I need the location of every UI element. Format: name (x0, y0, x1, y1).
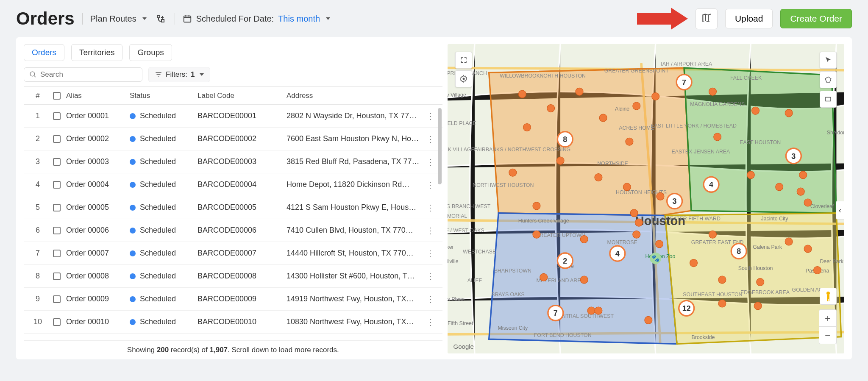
plan-routes-dropdown[interactable]: Plan Routes (90, 14, 147, 24)
table-row[interactable]: 7Order 00007ScheduledBARCODE0000714440 H… (24, 242, 442, 265)
map[interactable]: SPRING BRANCHJersey VillageWILLOWBROOKNO… (448, 44, 844, 353)
order-marker[interactable] (797, 188, 804, 195)
order-marker[interactable] (547, 105, 554, 112)
table-row[interactable]: 8Order 00008ScheduledBARCODE0000814300 H… (24, 265, 442, 288)
row-checkbox[interactable] (47, 204, 66, 211)
col-alias[interactable]: Alias (66, 92, 130, 100)
col-label[interactable]: Label Code (198, 92, 287, 100)
date-filter[interactable]: Scheduled For Date: This month (183, 14, 330, 24)
table-row[interactable]: 6Order 00006ScheduledBARCODE000067410 Cu… (24, 219, 442, 242)
zoom-in-button[interactable]: + (819, 310, 836, 327)
row-checkbox[interactable] (47, 112, 66, 120)
map-collapse-button[interactable]: ‹ (836, 201, 844, 220)
order-marker[interactable] (804, 199, 812, 206)
order-marker[interactable] (625, 138, 633, 145)
tab-orders[interactable]: Orders (24, 44, 64, 61)
rectangle-tool-button[interactable] (820, 91, 837, 108)
row-actions-button[interactable]: ⋮ (423, 271, 438, 281)
cluster-marker[interactable]: 3 (667, 194, 682, 209)
row-actions-button[interactable]: ⋮ (423, 157, 438, 167)
order-marker[interactable] (635, 219, 643, 226)
map-settings-button[interactable] (455, 70, 472, 87)
row-checkbox[interactable] (47, 181, 66, 189)
tab-groups[interactable]: Groups (129, 44, 172, 61)
row-actions-button[interactable]: ⋮ (423, 294, 438, 304)
row-checkbox[interactable] (47, 273, 66, 280)
cluster-marker[interactable]: 8 (731, 244, 746, 259)
cursor-tool-button[interactable] (820, 52, 837, 69)
order-marker[interactable] (756, 278, 764, 286)
cluster-marker[interactable]: 7 (548, 306, 563, 321)
cluster-marker[interactable]: 7 (676, 75, 692, 90)
cluster-marker[interactable]: 2 (557, 253, 573, 268)
order-marker[interactable] (690, 259, 697, 267)
row-checkbox[interactable] (47, 227, 66, 234)
upload-button[interactable]: Upload (725, 9, 773, 28)
order-marker[interactable] (576, 88, 583, 95)
table-row[interactable]: 4Order 00004ScheduledBARCODE00004Home De… (24, 173, 442, 196)
table-row[interactable]: 1Order 00001ScheduledBARCODE000012802 N … (24, 105, 442, 128)
order-marker[interactable] (709, 88, 716, 95)
order-marker[interactable] (518, 90, 526, 98)
zoom-out-button[interactable]: − (819, 327, 836, 344)
row-actions-button[interactable]: ⋮ (423, 134, 438, 144)
search-input-wrap[interactable] (24, 67, 142, 82)
order-marker[interactable] (785, 109, 793, 117)
row-actions-button[interactable]: ⋮ (423, 248, 438, 259)
order-marker[interactable] (580, 276, 588, 284)
order-marker[interactable] (747, 171, 754, 179)
order-marker[interactable] (509, 169, 516, 176)
cluster-marker[interactable]: 4 (704, 177, 719, 192)
row-checkbox[interactable] (47, 158, 66, 166)
order-marker[interactable] (532, 202, 540, 210)
row-checkbox[interactable] (47, 318, 66, 326)
order-marker[interactable] (594, 173, 602, 181)
cluster-marker[interactable]: 12 (679, 300, 694, 316)
route-add-icon[interactable] (154, 12, 167, 25)
order-marker[interactable] (599, 114, 607, 122)
col-check-all[interactable] (47, 92, 66, 100)
order-marker[interactable] (630, 209, 638, 217)
row-actions-button[interactable]: ⋮ (423, 203, 438, 213)
order-marker[interactable] (751, 107, 759, 114)
order-marker[interactable] (632, 231, 640, 238)
row-actions-button[interactable]: ⋮ (423, 180, 438, 190)
table-row[interactable]: 11Order 00011ScheduledBARCODE000118605 W… (24, 334, 442, 340)
fullscreen-button[interactable] (455, 52, 472, 69)
order-marker[interactable] (804, 245, 812, 253)
order-marker[interactable] (623, 183, 631, 191)
order-marker[interactable] (632, 102, 640, 110)
table-row[interactable]: 2Order 00002ScheduledBARCODE000027600 Ea… (24, 128, 442, 150)
order-marker[interactable] (813, 266, 821, 274)
order-marker[interactable] (532, 231, 540, 238)
order-marker[interactable] (644, 316, 652, 324)
row-actions-button[interactable]: ⋮ (423, 317, 438, 327)
order-marker[interactable] (655, 240, 663, 248)
order-marker[interactable] (709, 231, 716, 238)
row-checkbox[interactable] (47, 295, 66, 303)
cluster-marker[interactable]: 8 (557, 132, 573, 147)
filters-button[interactable]: Filters: 1 (148, 67, 210, 82)
polygon-tool-button[interactable] (820, 71, 837, 88)
row-actions-button[interactable]: ⋮ (423, 111, 438, 121)
row-actions-button[interactable]: ⋮ (423, 340, 438, 341)
col-address[interactable]: Address (287, 92, 423, 100)
row-checkbox[interactable] (47, 250, 66, 257)
order-marker[interactable] (523, 124, 531, 131)
tab-territories[interactable]: Territories (71, 44, 122, 61)
cluster-marker[interactable]: 4 (609, 246, 625, 261)
order-marker[interactable] (587, 307, 595, 314)
row-actions-button[interactable]: ⋮ (423, 225, 438, 236)
table-row[interactable]: 3Order 00003ScheduledBARCODE000033815 Re… (24, 150, 442, 173)
map-toggle-button[interactable] (696, 8, 718, 29)
create-order-button[interactable]: Create Order (780, 9, 852, 28)
order-marker[interactable] (713, 133, 721, 141)
order-marker[interactable] (754, 302, 762, 310)
table-row[interactable]: 9Order 00009ScheduledBARCODE0000914919 N… (24, 288, 442, 311)
table-row[interactable]: 5Order 00005ScheduledBARCODE000054121 S … (24, 196, 442, 219)
order-marker[interactable] (775, 183, 783, 191)
order-marker[interactable] (718, 276, 726, 284)
order-marker[interactable] (656, 192, 664, 200)
col-status[interactable]: Status (130, 92, 198, 100)
row-checkbox[interactable] (47, 135, 66, 143)
